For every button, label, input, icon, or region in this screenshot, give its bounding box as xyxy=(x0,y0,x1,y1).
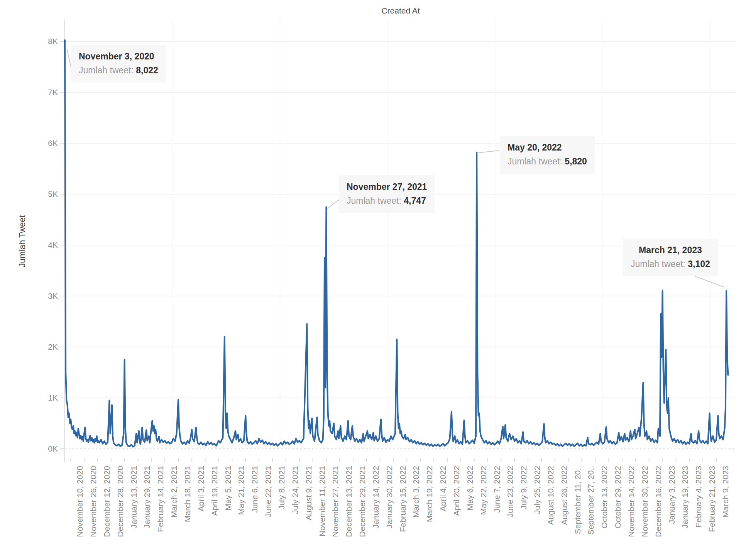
x-tick-label: December 29, 2021 xyxy=(358,466,367,537)
annotation-label: Jumlah tweet: xyxy=(631,259,685,269)
annotation-value: 8,022 xyxy=(136,65,158,75)
annotation-value: 4,747 xyxy=(404,196,426,206)
x-tick-label: July 9, 2022 xyxy=(519,466,528,509)
annotation-date: March 21, 2023 xyxy=(631,243,710,257)
annotation-box[interactable]: November 27, 2021Jumlah tweet: 4,747 xyxy=(339,175,435,213)
y-tick-label: 8K xyxy=(34,36,58,46)
x-tick-label: July 8, 2021 xyxy=(277,466,286,509)
annotation-value-line: Jumlah tweet: 5,820 xyxy=(508,154,587,168)
y-tick-label: 4K xyxy=(34,240,58,250)
annotation-box[interactable]: May 20, 2022Jumlah tweet: 5,820 xyxy=(500,136,595,174)
annotation-value: 5,820 xyxy=(565,156,587,166)
x-tick-label: January 19, 2023 xyxy=(680,466,690,528)
annotation-label: Jumlah tweet: xyxy=(79,65,134,75)
x-tick-label: November 11, 2021 xyxy=(318,466,327,536)
annotation-date: May 20, 2022 xyxy=(508,140,587,154)
annotation-value-line: Jumlah tweet: 4,747 xyxy=(347,194,427,208)
x-tick-label: June 23, 2022 xyxy=(506,466,515,517)
y-axis-title: Jumlah Tweet xyxy=(17,199,27,284)
y-tick-label: 7K xyxy=(34,87,58,97)
x-tick-label: July 25, 2022 xyxy=(533,466,542,514)
y-tick-label: 5K xyxy=(34,189,58,199)
annotation-value-line: Jumlah tweet: 3,102 xyxy=(631,257,710,271)
tableau-line-chart: Created At Jumlah Tweet 0K1K2K3K4K5K6K7K… xyxy=(0,0,741,560)
x-tick-label: January 3, 2023 xyxy=(667,466,677,524)
x-tick-label: September 27, 20.. xyxy=(586,466,596,535)
y-tick-label: 2K xyxy=(34,342,58,352)
y-tick-label: 0K xyxy=(34,444,58,454)
x-tick-label: August 9, 2021 xyxy=(304,466,313,520)
x-tick-label: April 19, 2021 xyxy=(210,466,219,516)
annotation-box[interactable]: November 3, 2020Jumlah tweet: 8,022 xyxy=(71,45,166,83)
x-tick-label: December 28, 2020 xyxy=(116,466,125,537)
x-tick-label: June 6, 2021 xyxy=(250,466,259,513)
x-tick-label: January 30, 2022 xyxy=(385,466,394,528)
y-tick-label: 3K xyxy=(34,291,58,301)
annotation-label: Jumlah tweet: xyxy=(347,196,401,206)
x-tick-label: March 3, 2022 xyxy=(411,466,421,518)
x-tick-label: February 21, 2023 xyxy=(707,466,717,532)
annotation-date: November 27, 2021 xyxy=(347,180,427,194)
x-tick-label: July 24, 2021 xyxy=(291,466,300,514)
x-tick-label: March 19, 2022 xyxy=(425,466,434,522)
y-tick-label: 6K xyxy=(34,138,58,148)
x-tick-label: August 10, 2022 xyxy=(546,466,555,525)
x-tick-label: February 15, 2022 xyxy=(398,466,408,532)
x-tick-label: May 6, 2022 xyxy=(465,466,475,511)
x-tick-label: August 26, 2022 xyxy=(560,466,569,525)
x-tick-label: February 14, 2021 xyxy=(156,466,165,532)
x-tick-label: December 16, 2022 xyxy=(654,466,663,537)
x-tick-label: October 29, 2022 xyxy=(613,466,623,528)
x-tick-label: September 11, 20.. xyxy=(573,466,582,534)
x-tick-label: April 3, 2021 xyxy=(196,466,206,511)
x-tick-label: November 14, 2022 xyxy=(627,466,636,537)
chart-title: Created At xyxy=(65,6,736,15)
x-tick-label: December 13, 2021 xyxy=(344,466,354,537)
annotation-value-line: Jumlah tweet: 8,022 xyxy=(79,63,158,77)
x-tick-label: November 27, 2021 xyxy=(331,466,340,537)
annotation-leader-line xyxy=(478,151,499,153)
x-tick-label: March 2, 2021 xyxy=(169,466,179,518)
x-tick-label: November 26, 2020 xyxy=(89,466,98,537)
x-tick-label: November 10, 2020 xyxy=(75,466,85,537)
x-tick-label: May 21, 2021 xyxy=(237,466,246,515)
x-tick-label: October 13, 2022 xyxy=(600,466,609,528)
annotation-date: November 3, 2020 xyxy=(79,49,158,63)
x-tick-label: May 22, 2022 xyxy=(479,466,488,515)
y-tick-label: 1K xyxy=(34,393,58,403)
x-tick-label: March 9, 2023 xyxy=(721,466,730,518)
annotation-label: Jumlah tweet: xyxy=(508,156,562,166)
x-tick-label: May 5, 2021 xyxy=(223,466,233,511)
x-tick-label: March 18, 2021 xyxy=(183,466,192,522)
x-tick-label: January 14, 2022 xyxy=(371,466,381,528)
x-tick-label: February 4, 2023 xyxy=(694,466,703,528)
x-tick-label: November 30, 2022 xyxy=(640,466,650,537)
x-tick-label: April 20, 2022 xyxy=(452,466,461,516)
x-tick-label: April 4, 2022 xyxy=(438,466,448,511)
x-tick-label: December 12, 2020 xyxy=(102,466,112,537)
x-tick-label: January 29, 2021 xyxy=(142,466,152,528)
x-tick-label: June 22, 2021 xyxy=(264,466,273,517)
annotation-box[interactable]: March 21, 2023Jumlah tweet: 3,102 xyxy=(623,239,718,276)
annotation-leader-line xyxy=(327,199,340,208)
x-tick-label: January 13, 2021 xyxy=(129,466,139,528)
x-tick-label: June 7, 2022 xyxy=(492,466,502,513)
annotation-value: 3,102 xyxy=(688,259,710,269)
